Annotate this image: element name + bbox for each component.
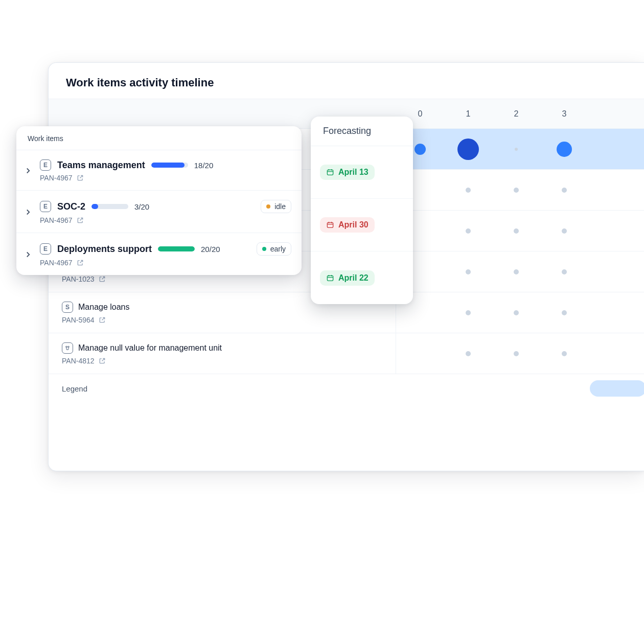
external-link-icon[interactable] [77,174,84,181]
status-text: early [270,245,286,253]
status-badge: early [257,242,291,256]
workitem-id: PAN-4967 [40,216,73,224]
activity-dot [466,228,471,234]
progress-ratio: 20/20 [201,245,220,254]
external-link-icon[interactable] [99,357,106,364]
forecast-row: April 30 [311,199,413,251]
row-title: Manage null value for management unit [78,343,222,353]
type-icon: E [40,159,51,171]
activity-dot [562,269,567,274]
forecast-date: April 30 [338,220,369,229]
progress-bar [91,204,128,209]
activity-dot [514,310,519,315]
row-title: Manage loans [78,303,130,312]
svg-rect-4 [327,275,333,281]
calendar-icon [326,221,334,229]
activity-dot [466,269,471,274]
workitem-id: PAN-4967 [40,174,73,182]
workitem-row[interactable]: E SOC-2 3/20 idle PAN-4967 [16,191,302,233]
activity-dot [562,228,567,234]
workitems-title: Work items [16,126,302,150]
activity-dot [457,139,479,160]
activity-dot [562,310,567,315]
legend-label[interactable]: Legend [62,384,87,393]
activity-dot [514,188,519,193]
calendar-icon [326,168,334,176]
type-icon [62,342,73,354]
row-id: PAN-5964 [62,316,95,324]
page-title: Work items activity timeline [49,63,644,99]
external-link-icon[interactable] [99,275,106,283]
row-id: PAN-1023 [62,275,95,283]
status-text: idle [274,202,286,211]
activity-dot [514,228,519,234]
svg-point-1 [68,346,70,348]
progress-ratio: 3/20 [134,202,149,211]
forecast-date: April 22 [338,273,369,283]
status-dot-icon [262,247,266,251]
activity-dot [562,351,567,356]
workitem-name: SOC-2 [57,201,85,212]
activity-dot [562,188,567,193]
external-link-icon[interactable] [99,316,106,324]
activity-dot [515,148,518,151]
type-icon: E [40,201,51,212]
forecast-chip[interactable]: April 22 [320,270,375,286]
legend-row: Legend [49,374,644,403]
activity-dot [466,188,471,193]
progress-bar [151,163,188,168]
progress-ratio: 18/20 [194,161,214,170]
chevron-right-icon[interactable] [24,208,33,217]
legend-pill [590,380,644,397]
activity-dot [415,144,426,155]
svg-point-0 [66,346,67,348]
workitem-row[interactable]: E Teams management 18/20 PAN-4967 [16,150,302,191]
svg-rect-2 [327,170,333,175]
row-id: PAN-4812 [62,357,95,365]
external-link-icon[interactable] [77,217,84,224]
forecast-row: April 13 [311,146,413,199]
forecast-date: April 13 [338,168,369,177]
workitem-row[interactable]: E Deployments support 20/20 early PAN-49… [16,233,302,275]
workitem-name: Teams management [57,160,145,171]
forecast-chip[interactable]: April 13 [320,165,375,180]
col-2: 2 [492,109,540,119]
status-dot-icon [266,204,270,209]
forecast-title: Forecasting [311,117,413,146]
activity-dot [466,310,471,315]
type-icon: E [40,243,51,255]
forecast-row: April 22 [311,251,413,304]
table-row[interactable]: Manage null value for management unit PA… [49,333,644,374]
forecast-chip[interactable]: April 30 [320,217,375,233]
chevron-right-icon[interactable] [24,250,33,259]
progress-bar [158,246,195,251]
status-badge: idle [261,200,291,213]
svg-rect-3 [327,222,333,227]
chevron-right-icon[interactable] [24,166,33,175]
activity-dot [514,351,519,356]
activity-dot [514,269,519,274]
col-1: 1 [444,109,492,119]
calendar-icon [326,274,334,282]
panel-workitems: Work items E Teams management 18/20 PAN-… [16,126,302,275]
activity-dot [466,351,471,356]
workitem-name: Deployments support [57,244,152,255]
type-icon: S [62,302,73,313]
activity-dot [557,142,572,157]
panel-forecast: Forecasting April 13 April 30 April 22 [311,117,413,304]
external-link-icon[interactable] [77,259,84,266]
col-3: 3 [540,109,588,119]
workitem-id: PAN-4967 [40,259,73,267]
